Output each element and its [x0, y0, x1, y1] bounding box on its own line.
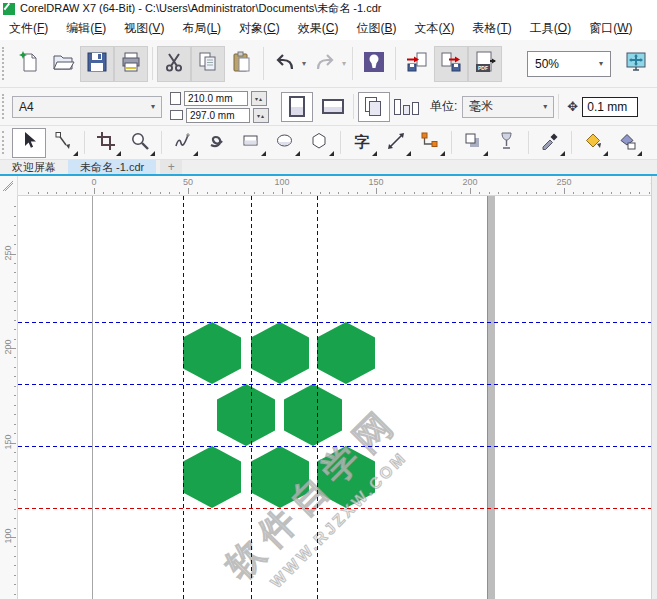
flyout-triangle-icon[interactable] [483, 151, 488, 156]
drop-shadow-tool[interactable] [456, 128, 490, 158]
page-height-field[interactable]: 297.0 mm [186, 108, 250, 123]
transparency-tool[interactable] [490, 128, 524, 158]
polygon-tool[interactable] [302, 128, 336, 158]
menu-item-b-6[interactable]: 位图(B) [347, 17, 405, 40]
horizontal-guideline[interactable] [18, 384, 651, 385]
flyout-triangle-icon[interactable] [150, 151, 155, 156]
redo-button[interactable] [308, 45, 342, 83]
zoom-tool[interactable] [123, 128, 157, 158]
page-width-field[interactable]: 210.0 mm [184, 91, 248, 106]
new-document-button[interactable] [12, 45, 46, 83]
menu-item-w-10[interactable]: 窗口(W) [580, 17, 641, 40]
open-button[interactable] [46, 45, 80, 83]
crop-tool[interactable] [89, 128, 123, 158]
flyout-triangle-icon[interactable] [116, 151, 121, 156]
horizontal-guideline[interactable] [18, 446, 651, 447]
print-button[interactable] [114, 46, 148, 82]
flyout-triangle-icon[interactable] [73, 151, 78, 156]
nudge-distance-field[interactable]: 0.1 mm [582, 97, 638, 117]
document-tab-0[interactable]: 欢迎屏幕 [0, 160, 68, 174]
connector-tool[interactable] [413, 128, 447, 158]
page-height-spinner[interactable]: ▾▴ [253, 108, 269, 123]
undo-button[interactable] [268, 45, 302, 83]
export-button[interactable] [434, 46, 468, 82]
ruler-origin-corner[interactable] [0, 176, 18, 196]
horizontal-guideline-red[interactable] [18, 508, 651, 509]
portrait-orientation-button[interactable] [281, 92, 313, 122]
toolbar-grip[interactable] [2, 47, 9, 80]
flyout-triangle-icon[interactable] [637, 151, 642, 156]
flyout-triangle-icon[interactable] [560, 151, 565, 156]
hexagon-shape-1[interactable] [183, 322, 241, 384]
copy-button[interactable] [191, 46, 225, 82]
landscape-orientation-button[interactable] [317, 92, 349, 122]
eyedropper-tool[interactable] [533, 128, 567, 158]
menu-item-l-3[interactable]: 布局(L) [173, 17, 230, 40]
menu-item-c-5[interactable]: 效果(C) [289, 17, 348, 40]
page-sorter-button[interactable] [390, 92, 422, 122]
menu-item-v-2[interactable]: 视图(V) [115, 17, 173, 40]
app-launcher-button[interactable] [357, 45, 391, 83]
artistic-media-tool[interactable] [200, 128, 234, 158]
save-button[interactable] [80, 46, 114, 82]
publish-pdf-button[interactable]: PDF [468, 46, 502, 82]
flyout-triangle-icon[interactable] [193, 151, 198, 156]
horizontal-guideline[interactable] [18, 322, 651, 323]
drawing-canvas[interactable]: 软件自学网WWW.RJZXW.COM [18, 196, 657, 599]
property-bar: A4 ▾ 210.0 mm ▾▴ 297.0 mm ▾▴ [0, 88, 657, 126]
vertical-guideline[interactable] [317, 196, 318, 599]
flyout-triangle-icon[interactable] [329, 151, 334, 156]
full-screen-preview-button[interactable] [619, 45, 653, 83]
hexagon-shape-3[interactable] [317, 322, 375, 384]
page-size-dropdown[interactable]: A4 ▾ [12, 96, 162, 118]
hexagon-shape-4[interactable] [217, 384, 275, 446]
ellipse-tool[interactable] [268, 128, 302, 158]
menu-item-x-7[interactable]: 文本(X) [405, 17, 463, 40]
interactive-fill-tool[interactable] [610, 128, 644, 158]
hexagon-shape-8[interactable] [317, 446, 375, 508]
text-tool[interactable]: 字 [345, 128, 379, 158]
hexagon-shape-5[interactable] [284, 384, 342, 446]
menu-item-e-1[interactable]: 编辑(E) [57, 17, 115, 40]
smart-fill-tool[interactable] [576, 128, 610, 158]
toolbar-grip[interactable] [2, 131, 9, 154]
rectangle-tool[interactable] [234, 128, 268, 158]
flyout-triangle-icon[interactable] [261, 151, 266, 156]
vertical-ruler[interactable]: 250200150100 [0, 196, 18, 599]
new-tab-button[interactable]: + [160, 160, 182, 174]
flyout-triangle-icon[interactable] [406, 151, 411, 156]
toolbar-grip[interactable] [2, 94, 9, 120]
dimension-tool[interactable] [379, 128, 413, 158]
all-pages-button[interactable] [358, 92, 390, 122]
pick-tool[interactable] [12, 128, 46, 158]
menu-item-t-8[interactable]: 表格(T) [463, 17, 520, 40]
zoom-level-dropdown[interactable]: 50%▾ [527, 51, 611, 77]
horizontal-ruler[interactable]: 050100150200250300 [0, 176, 657, 196]
menu-item-f-0[interactable]: 文件(F) [0, 17, 57, 40]
document-tab-1[interactable]: 未命名 -1.cdr [68, 160, 156, 174]
freehand-tool[interactable] [166, 128, 200, 158]
cut-button[interactable] [157, 46, 191, 82]
coreldraw-window: CorelDRAW X7 (64-Bit) - C:\Users\Adminis… [0, 0, 657, 599]
vertical-guideline[interactable] [183, 196, 184, 599]
dropdown-caret-icon[interactable]: ▾ [302, 59, 306, 68]
import-button[interactable] [400, 45, 434, 83]
units-dropdown[interactable]: 毫米 ▾ [462, 96, 554, 118]
flyout-triangle-icon[interactable] [603, 151, 608, 156]
hexagon-shape-7[interactable] [251, 446, 309, 508]
hexagon-shape-2[interactable] [251, 322, 309, 384]
toolbox: 字 [0, 126, 657, 160]
ruler-tick [14, 263, 16, 264]
hexagon-shape-6[interactable] [183, 446, 241, 508]
vertical-guideline[interactable] [251, 196, 252, 599]
flyout-triangle-icon[interactable] [440, 151, 445, 156]
vertical-scrollbar[interactable] [651, 176, 657, 599]
flyout-triangle-icon[interactable] [295, 151, 300, 156]
menu-item-c-4[interactable]: 对象(C) [230, 17, 289, 40]
menu-item-o-9[interactable]: 工具(O) [521, 17, 580, 40]
shape-tool[interactable] [46, 128, 80, 158]
dropdown-caret-icon[interactable]: ▾ [342, 59, 346, 68]
page-width-spinner[interactable]: ▾▴ [251, 91, 267, 106]
paste-button[interactable] [225, 45, 259, 83]
flyout-triangle-icon[interactable] [372, 151, 377, 156]
